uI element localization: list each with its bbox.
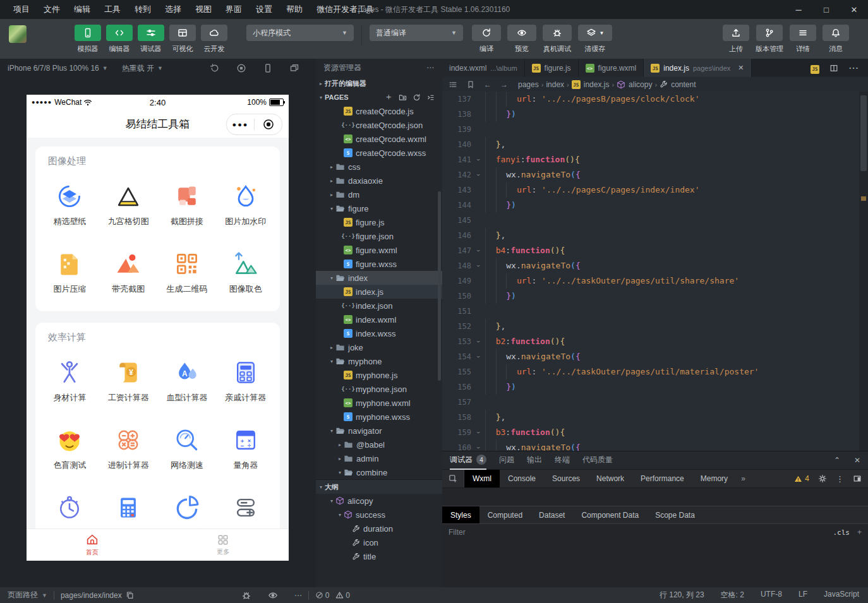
new-rule-icon[interactable]: +	[857, 528, 862, 537]
forward-icon[interactable]: →	[500, 80, 508, 89]
devtools-tab-Console[interactable]: Console	[500, 470, 544, 487]
menu-项目[interactable]: 项目	[6, 0, 37, 19]
styles-tab-Scope Data[interactable]: Scope Data	[647, 506, 703, 523]
compile-select[interactable]: 普通编译▼	[370, 25, 463, 41]
more-menu-button[interactable]: ●●●	[227, 121, 254, 128]
menu-帮助[interactable]: 帮助	[279, 0, 310, 19]
tree-item-figure.json[interactable]: {··}figure.json	[316, 229, 442, 243]
tree-item-myphone.json[interactable]: {··}myphone.json	[316, 382, 442, 396]
language-mode[interactable]: JavaScript	[824, 590, 859, 600]
devtools-tab-Performance[interactable]: Performance	[632, 470, 692, 487]
tree-item-figure.js[interactable]: JSfigure.js	[316, 215, 442, 229]
app-item-进制计算器[interactable]: 进制计算器	[99, 426, 158, 471]
tree-item-myphone.wxml[interactable]: <>myphone.wxml	[316, 396, 442, 410]
app-item-截图拼接[interactable]: 截图拼接	[158, 182, 217, 227]
new-file-icon[interactable]: ＋	[384, 92, 393, 103]
eol[interactable]: LF	[799, 590, 807, 600]
close-button[interactable]: ✕	[840, 0, 868, 19]
tree-item-@babel[interactable]: ▸@babel	[316, 438, 442, 451]
toolbar-button-编辑器[interactable]: 编辑器	[106, 25, 133, 54]
tree-item-index.js[interactable]: JSindex.js	[316, 285, 442, 299]
more-actions-icon[interactable]: ⋯	[848, 62, 859, 74]
rotate-icon[interactable]	[210, 63, 220, 73]
tree-item-index.wxml[interactable]: <>index.wxml	[316, 313, 442, 326]
app-item-网络测速[interactable]: 网络测速	[158, 426, 217, 471]
filter-input[interactable]: Filter	[449, 528, 466, 537]
back-icon[interactable]: ←	[484, 80, 491, 89]
copy-path-icon[interactable]	[126, 591, 134, 599]
tree-item-figure.wxml[interactable]: <>figure.wxml	[316, 243, 442, 257]
app-item-全屏时钟[interactable]: 全屏时钟	[40, 494, 99, 529]
editor-tab-index.js[interactable]: JSindex.jspages\index✕	[644, 59, 751, 77]
bookmark-icon[interactable]	[466, 80, 475, 89]
fold-icon[interactable]: ›	[471, 425, 485, 440]
tree-item-joke[interactable]: ▸joke	[316, 340, 442, 354]
avatar[interactable]	[9, 25, 27, 43]
devtools-menu-icon[interactable]: ⋮	[836, 474, 844, 484]
close-tab-icon[interactable]: ✕	[738, 64, 744, 72]
app-item-量角器[interactable]: + ×− ÷量角器	[216, 426, 275, 471]
warning-counter[interactable]: 4	[794, 474, 809, 483]
app-item-九宫格切图[interactable]: 九宫格切图	[99, 182, 158, 227]
menu-微信开发者工具[interactable]: 微信开发者工具	[310, 0, 381, 19]
styles-tab-Styles[interactable]: Styles	[442, 506, 479, 523]
app-item-计时器[interactable]: 计时器	[99, 494, 158, 529]
tree-item-myphone[interactable]: ▾myphone	[316, 354, 442, 368]
fold-icon[interactable]: ›	[471, 152, 485, 167]
problems-counter[interactable]: 0 0	[315, 591, 350, 600]
panel-tab-问题[interactable]: 问题	[499, 451, 514, 469]
cls-button[interactable]: .cls	[833, 528, 850, 537]
preview-status-icon[interactable]	[268, 590, 278, 600]
wxml-tree-area[interactable]	[442, 487, 868, 506]
debug-status-icon[interactable]	[241, 590, 251, 600]
menu-编辑[interactable]: 编辑	[67, 0, 97, 19]
more-status-icon[interactable]: ⋯	[294, 591, 302, 600]
app-item-生成二维码[interactable]: 生成二维码	[158, 250, 217, 295]
app-item-图片压缩[interactable]: 图片压缩	[40, 250, 99, 295]
toolbar-button-消息[interactable]: 消息	[823, 25, 849, 54]
tree-item-index[interactable]: ▾index	[316, 271, 442, 285]
app-item-亲戚计算器[interactable]: 亲戚计算器	[216, 359, 275, 403]
fold-icon[interactable]: ›	[471, 349, 485, 364]
editor-tab-figure.js[interactable]: JSfigure.js	[525, 59, 579, 77]
tree-item-createQrcode.json[interactable]: {··}createQrcode.json	[316, 118, 442, 132]
fold-icon[interactable]: ›	[471, 243, 485, 258]
close-miniapp-button[interactable]	[255, 119, 282, 130]
tree-item-combine[interactable]: ▾combine	[316, 465, 442, 479]
toolbar-button-版本管理[interactable]: 版本管理	[756, 25, 783, 54]
fold-icon[interactable]: ›	[471, 167, 485, 182]
windows-icon[interactable]	[289, 63, 299, 73]
inspect-element-icon[interactable]	[442, 470, 464, 487]
outline-list-icon[interactable]	[449, 80, 457, 89]
encoding[interactable]: UTF-8	[761, 590, 782, 600]
toolbar-button-编译[interactable]: 编译	[472, 25, 501, 54]
hot-reload-toggle[interactable]: 热重载 开▼	[122, 63, 163, 74]
devtools-tab-Memory[interactable]: Memory	[692, 470, 736, 487]
tree-item-index.wxss[interactable]: Sindex.wxss	[316, 326, 442, 340]
devtools-tab-Sources[interactable]: Sources	[544, 470, 588, 487]
toolbar-button-清缓存[interactable]: ▼清缓存	[578, 25, 612, 54]
collapse-all-icon[interactable]	[426, 93, 435, 102]
panel-close-icon[interactable]: ✕	[854, 456, 860, 465]
toolbar-button-调试器[interactable]: 调试器	[138, 25, 164, 54]
explorer-scrollbar[interactable]	[438, 191, 441, 381]
tree-item-alicopy[interactable]: ▾alicopy	[316, 494, 442, 508]
breadcrumb-item-pages[interactable]: pages	[518, 80, 539, 89]
tree-item-navigator[interactable]: ▾navigator	[316, 424, 442, 438]
app-item-带壳截图[interactable]: 带壳截图	[99, 250, 158, 295]
tab-更多[interactable]: 更多	[158, 529, 289, 561]
page-path-dropdown[interactable]: 页面路径▼	[0, 590, 47, 600]
breadcrumb-item-alicopy[interactable]: alicopy	[617, 80, 652, 89]
fold-icon[interactable]: ›	[471, 334, 485, 349]
breadcrumb-item-content[interactable]: content	[660, 80, 696, 89]
menu-视图[interactable]: 视图	[188, 0, 219, 19]
editor-tab-figure.wxml[interactable]: <>figure.wxml	[579, 59, 644, 77]
tree-item-createQrcode.wxss[interactable]: ScreateQrcode.wxss	[316, 146, 442, 160]
minimize-button[interactable]: ─	[785, 0, 812, 19]
tree-item-admin[interactable]: ▸admin	[316, 451, 442, 465]
menu-文件[interactable]: 文件	[37, 0, 67, 19]
maximize-button[interactable]: □	[812, 0, 840, 19]
panel-tab-代码质量[interactable]: 代码质量	[582, 451, 613, 469]
panel-collapse-icon[interactable]: ⌃	[834, 456, 840, 465]
toolbar-button-预览[interactable]: 预览	[507, 25, 536, 54]
